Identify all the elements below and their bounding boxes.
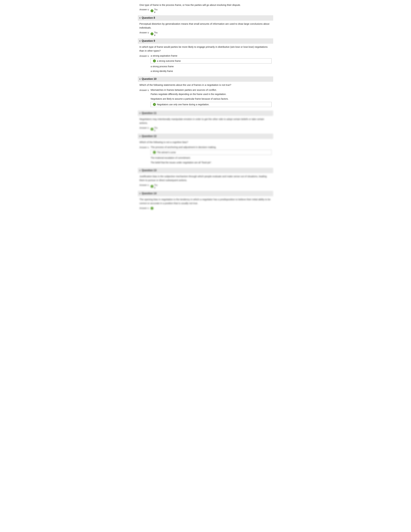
q13-answer-value: True xyxy=(150,184,157,189)
intro-answer-row: Answer s: True xyxy=(140,8,271,13)
q13-body: Justification bias is the subjective mec… xyxy=(140,174,271,182)
q12-option-1-text: The winner's curse xyxy=(157,151,176,154)
q9-option-2: a strong process frame xyxy=(150,65,271,68)
q13-answer-label: Answer s: xyxy=(140,184,149,186)
q14-answer-label: Answer s: xyxy=(140,207,149,209)
intro-answer-value: True xyxy=(150,8,157,13)
q9-option-1: a strong outcome frame xyxy=(150,58,271,64)
q8-answer-value: True xyxy=(150,31,157,37)
q13-bullet: • xyxy=(140,169,140,172)
q8-answer-text: True xyxy=(154,31,157,37)
q12-option-2: The irrational escalation of commitment. xyxy=(150,156,271,160)
q13-title: Question 13 xyxy=(142,169,157,172)
q10-divider: • Question 10 xyxy=(138,76,273,82)
q9-bullet: • xyxy=(140,39,140,43)
q14-body: The opening bias in negotiation is the t… xyxy=(140,198,271,205)
q12-bullet: • xyxy=(140,135,140,138)
q9-option-3: a strong identity frame xyxy=(150,69,271,73)
q14-title: Question 14 xyxy=(142,192,157,195)
q10-title: Question 10 xyxy=(142,77,157,80)
q9-first-answer: a strong aspiration frame xyxy=(150,54,271,57)
q11-answer-text: True xyxy=(154,127,157,132)
q11-blurred-section: • Question 11 Negotiators may intentiona… xyxy=(140,111,271,132)
q11-body: Negotiators may intentionally manipulate… xyxy=(140,117,271,125)
q10-option-1: Parties negotiate differently depending … xyxy=(150,93,271,96)
q14-check-icon xyxy=(150,207,153,210)
q10-option-2: Negotiators are likely to assume a parti… xyxy=(150,97,271,101)
q12-divider: • Question 12 xyxy=(138,134,273,139)
q8-body: Perceptual distortion by generalization … xyxy=(140,22,271,30)
intro-check-icon xyxy=(150,9,153,12)
q9-body: In which type of frame would parties be … xyxy=(140,45,271,53)
q9-option-1-icon xyxy=(153,59,156,62)
q9-answer-section: Answer s: a strong aspiration frame a st… xyxy=(140,54,271,75)
q10-answer-label: Answer s: xyxy=(140,88,149,92)
q10-option-3: Negotiators use only one frame during a … xyxy=(150,102,271,107)
q13-check-icon xyxy=(150,185,153,188)
q9-option-2-text: a strong process frame xyxy=(150,65,174,68)
q8-answer-label: Answer s: xyxy=(140,31,149,34)
q8-bullet: • xyxy=(140,16,140,20)
q10-options-list: Parties negotiate differently depending … xyxy=(150,93,271,107)
q9-options-list: a strong outcome frame a strong process … xyxy=(150,58,271,73)
q10-answer-section: Answer s: Mismatches in frames between p… xyxy=(140,88,271,109)
q9-answer-content: a strong aspiration frame a strong outco… xyxy=(150,54,271,75)
q14-blurred-section: • Question 14 The opening bias in negoti… xyxy=(140,191,271,210)
q10-option-1-text: Parties negotiate differently depending … xyxy=(150,93,226,96)
q12-option-3-text: The belief that the issues under negotia… xyxy=(150,161,212,164)
q8-divider: • Question 8 xyxy=(138,15,273,21)
q8-title: Question 8 xyxy=(142,17,155,19)
q11-answer-row: Answer s: True xyxy=(140,127,271,132)
q10-body: Which of the following statements about … xyxy=(140,83,271,87)
q9-title: Question 9 xyxy=(142,39,155,42)
q12-option-1: The winner's curse xyxy=(150,150,271,155)
q12-answer-label: Answer s: xyxy=(140,146,149,149)
q12-blurred-section: • Question 12 Which of the following is … xyxy=(140,134,271,166)
q12-answer-content: The process of anchoring and adjustment … xyxy=(150,146,271,166)
q9-answer-label: Answer s: xyxy=(140,54,149,58)
q12-first-answer: The process of anchoring and adjustment … xyxy=(150,146,271,149)
q10-option-3-text: Negotiators use only one frame during a … xyxy=(157,103,209,106)
q14-bullet: • xyxy=(140,192,140,195)
q13-divider: • Question 13 xyxy=(138,168,273,173)
q10-first-answer: Mismatches in frames between parties are… xyxy=(150,88,271,91)
q9-divider: • Question 9 xyxy=(138,38,273,44)
intro-answer-text: True xyxy=(154,8,157,13)
q11-bullet: • xyxy=(140,112,140,115)
q12-title: Question 12 xyxy=(142,135,157,138)
q13-answer-row: Answer s: True xyxy=(140,184,271,189)
q11-check-icon xyxy=(150,128,153,131)
q11-title: Question 11 xyxy=(142,112,157,115)
q14-answer-value xyxy=(150,207,153,210)
q12-options-list: The winner's curse The irrational escala… xyxy=(150,150,271,164)
q12-answer-section: Answer s: The process of anchoring and a… xyxy=(140,146,271,166)
q14-answer-row: Answer s: xyxy=(140,207,271,210)
q10-answer-content: Mismatches in frames between parties are… xyxy=(150,88,271,109)
intro-text: One type of frame is the process frame, … xyxy=(140,3,271,7)
q10-bullet: • xyxy=(140,77,140,81)
q14-divider: • Question 14 xyxy=(138,191,273,196)
q13-answer-text: True xyxy=(154,184,157,189)
q12-option-1-icon xyxy=(153,151,156,154)
q11-divider: • Question 11 xyxy=(138,111,273,116)
q8-answer-row: Answer s: True xyxy=(140,31,271,37)
q8-check-icon xyxy=(150,32,153,35)
q10-option-2-text: Negotiators are likely to assume a parti… xyxy=(150,97,228,101)
q11-answer-label: Answer s: xyxy=(140,127,149,129)
q11-answer-value: True xyxy=(150,127,157,132)
q12-option-3: The belief that the issues under negotia… xyxy=(150,161,271,164)
q13-blurred-section: • Question 13 Justification bias is the … xyxy=(140,168,271,189)
q10-option-3-icon xyxy=(153,103,156,106)
q12-body: Which of the following is not a cognitiv… xyxy=(140,140,271,144)
intro-answer-label: Answer s: xyxy=(140,8,149,11)
q9-option-3-text: a strong identity frame xyxy=(150,69,173,73)
q9-option-1-text: a strong outcome frame xyxy=(157,60,181,62)
q12-option-2-text: The irrational escalation of commitment. xyxy=(150,156,190,160)
